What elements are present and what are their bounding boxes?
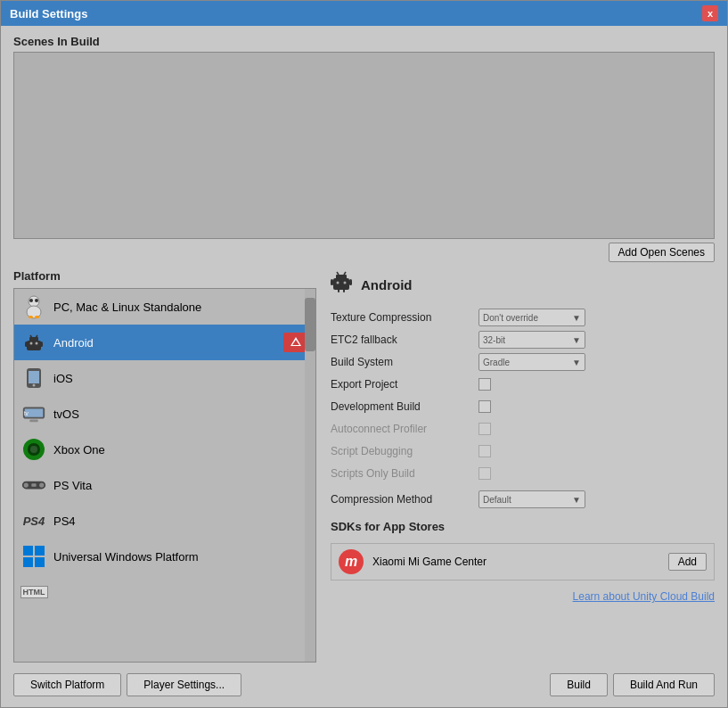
texture-compression-label: Texture Compression [331,311,473,324]
platform-item-android[interactable]: Android [14,325,315,360]
learn-link[interactable]: Learn about Unity Cloud Build [331,590,715,603]
svg-rect-32 [23,546,33,556]
platform-item-html[interactable]: HTML [14,574,315,610]
title-bar: Build Settings x [1,1,727,26]
platform-list: PC, Mac & Linux Standalone [14,289,315,662]
svg-rect-13 [35,347,37,350]
scripts-only-build-checkbox [479,467,491,480]
sdk-item-xiaomi: m Xiaomi Mi Game Center Add [331,543,715,580]
development-build-label: Development Build [331,400,473,413]
scripts-only-build-label: Scripts Only Build [331,467,473,480]
add-open-scenes-button[interactable]: Add Open Scenes [609,243,715,262]
platform-item-tvos[interactable]: tv tvOS [14,396,315,432]
platform-label: Platform [13,269,316,283]
svg-rect-4 [29,316,33,318]
compression-method-label: Compression Method [331,493,473,506]
xbox-icon [21,437,46,462]
scrollbar-thumb[interactable] [305,298,315,351]
psvita-platform-name: PS Vita [53,479,308,492]
texture-compression-dropdown[interactable]: Don't override ▼ [479,309,585,326]
setting-row-compression: Compression Method Default ▼ [331,490,715,508]
build-button[interactable]: Build [550,673,608,696]
main-content: Scenes In Build Add Open Scenes Platform [1,26,727,707]
xbox-platform-name: Xbox One [53,443,308,457]
html-icon: HTML [21,580,46,605]
switch-platform-button[interactable]: Switch Platform [13,673,121,696]
svg-rect-40 [331,279,333,285]
svg-rect-41 [349,279,352,285]
svg-rect-7 [29,337,38,342]
svg-point-30 [39,482,44,487]
svg-rect-37 [336,275,347,280]
setting-row-texture: Texture Compression Don't override ▼ [331,309,715,326]
svg-rect-33 [35,546,45,556]
svg-rect-23 [29,420,37,423]
platform-item-ps4[interactable]: PS4 PS4 [14,503,315,539]
etc2-fallback-dropdown[interactable]: 32-bit ▼ [479,331,585,349]
svg-line-44 [337,272,339,275]
svg-rect-35 [35,557,45,567]
autoconnect-profiler-checkbox [479,423,491,435]
svg-point-27 [30,446,37,453]
svg-point-38 [337,282,339,284]
platform-right-panel: Android Texture Compression Don't overri… [316,269,715,663]
scenes-box [13,52,715,239]
ps4-icon: PS4 [21,508,46,533]
svg-rect-11 [40,342,43,347]
platform-item-uwp[interactable]: Universal Windows Platform [14,539,315,574]
svg-rect-5 [35,316,39,318]
compression-method-dropdown[interactable]: Default ▼ [479,490,585,508]
setting-row-etc2: ETC2 fallback 32-bit ▼ [331,331,715,349]
svg-point-29 [24,482,29,487]
pc-icon [21,294,46,319]
svg-point-2 [29,299,33,302]
svg-point-39 [344,282,347,284]
script-debugging-checkbox [479,445,491,457]
export-project-checkbox[interactable] [479,378,491,391]
setting-row-export: Export Project [331,375,715,393]
svg-point-20 [33,384,36,387]
platform-section: Platform [13,269,715,663]
build-system-dropdown[interactable]: Gradle ▼ [479,353,585,371]
platform-left-panel: Platform [13,269,316,663]
svg-line-45 [344,272,346,275]
setting-row-script-debug: Script Debugging [331,442,715,460]
platform-item-ios[interactable]: iOS [14,360,315,396]
setting-row-scripts-only: Scripts Only Build [331,465,715,482]
svg-point-8 [30,342,33,345]
setting-row-build-system: Build System Gradle ▼ [331,353,715,371]
svg-rect-42 [338,288,339,292]
settings-table: Texture Compression Don't override ▼ ETC… [331,309,715,663]
development-build-checkbox[interactable] [479,400,491,413]
sdks-label: SDKs for App Stores [331,520,715,533]
tvos-platform-name: tvOS [53,408,308,421]
ps4-platform-name: PS4 [53,515,308,528]
add-open-scenes-row: Add Open Scenes [13,243,715,262]
build-and-run-button[interactable]: Build And Run [613,673,715,696]
pc-platform-name: PC, Mac & Linux Standalone [53,300,308,314]
export-project-label: Export Project [331,378,473,391]
player-settings-button[interactable]: Player Settings... [127,673,241,696]
script-debugging-label: Script Debugging [331,445,473,457]
ios-icon [21,366,46,391]
build-settings-window: Build Settings x Scenes In Build Add Ope… [0,0,728,708]
svg-point-3 [35,299,38,302]
ios-platform-name: iOS [53,372,308,385]
android-header: Android [331,269,715,300]
scenes-label: Scenes In Build [13,35,715,48]
scrollbar-track[interactable] [305,289,315,662]
svg-rect-10 [25,342,28,347]
svg-rect-43 [343,288,345,292]
platform-item-pc[interactable]: PC, Mac & Linux Standalone [14,289,315,325]
android-title: Android [361,277,413,292]
platform-item-xbox[interactable]: Xbox One [14,432,315,467]
svg-rect-19 [29,371,39,383]
platform-item-psvita[interactable]: PS Vita [14,467,315,503]
psvita-icon [21,473,46,498]
autoconnect-profiler-label: Autoconnect Profiler [331,423,473,435]
xiaomi-add-button[interactable]: Add [668,553,707,571]
svg-text:tv: tv [24,410,29,416]
close-button[interactable]: x [702,5,718,21]
svg-rect-34 [23,557,33,567]
setting-row-autoconnect: Autoconnect Profiler [331,420,715,438]
